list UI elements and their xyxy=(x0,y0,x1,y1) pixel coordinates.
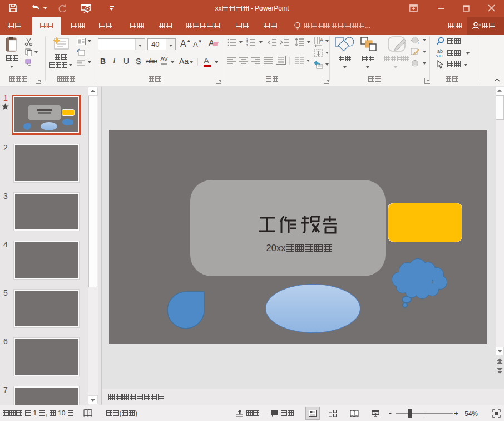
svg-text:3: 3 xyxy=(246,44,248,46)
svg-text:ac: ac xyxy=(437,53,443,58)
svg-text:A: A xyxy=(320,37,323,43)
